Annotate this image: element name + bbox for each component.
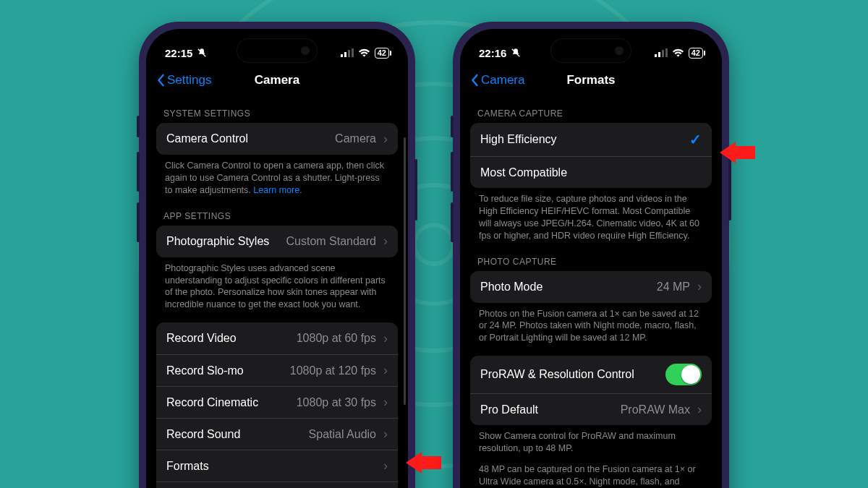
row-label: High Efficiency	[480, 133, 557, 146]
row-record-slomo[interactable]: Record Slo-mo 1080p at 120 fps›	[156, 354, 398, 386]
section-footer: 48 MP can be captured on the Fusion came…	[470, 456, 712, 488]
side-button	[137, 202, 140, 242]
status-time: 22:15	[165, 47, 192, 59]
section-header-photo-capture: PHOTO CAPTURE	[470, 244, 712, 271]
row-label: ProRAW & Resolution Control	[480, 368, 634, 381]
svg-rect-6	[662, 50, 664, 57]
nav-header: Camera Formats	[460, 65, 722, 95]
back-button[interactable]: Settings	[156, 73, 211, 87]
section-header-system: SYSTEM SETTINGS	[156, 95, 398, 123]
row-preserve-settings[interactable]: Preserve Settings ›	[156, 481, 398, 488]
section-header-camera-capture: CAMERA CAPTURE	[470, 95, 712, 123]
row-label: Record Cinematic	[166, 396, 258, 409]
row-proraw-toggle[interactable]: ProRAW & Resolution Control	[470, 356, 712, 393]
row-formats[interactable]: Formats ›	[156, 450, 398, 481]
status-time: 22:16	[479, 47, 506, 59]
chevron-right-icon: ›	[697, 402, 702, 417]
scroll-indicator	[404, 137, 406, 405]
chevron-right-icon: ›	[697, 279, 702, 294]
checkmark-icon: ✓	[689, 131, 702, 148]
row-label: Pro Default	[480, 403, 538, 416]
battery-indicator: 42	[689, 48, 703, 59]
cellular-signal-icon	[341, 48, 354, 57]
row-photo-mode[interactable]: Photo Mode 24 MP›	[470, 271, 712, 303]
side-button	[414, 159, 417, 221]
chevron-left-icon	[470, 74, 479, 87]
side-button	[451, 202, 454, 242]
chevron-right-icon: ›	[383, 132, 388, 147]
toggle-on-icon[interactable]	[665, 364, 702, 385]
learn-more-link[interactable]: Learn more.	[253, 185, 302, 195]
row-label: Record Slo-mo	[166, 364, 244, 377]
chevron-right-icon: ›	[383, 427, 388, 442]
row-label: Record Video	[166, 332, 237, 345]
back-label: Settings	[167, 73, 211, 87]
phone-formats-settings: 22:16 42 Came	[453, 22, 729, 488]
side-button	[451, 116, 454, 137]
row-value: Custom Standard	[286, 235, 376, 248]
side-button	[451, 152, 454, 192]
row-label: Photographic Styles	[166, 235, 269, 248]
silent-mode-icon	[511, 48, 521, 58]
row-value: 1080p at 30 fps	[297, 396, 376, 409]
section-footer: Photographic Styles uses advanced scene …	[156, 257, 398, 313]
row-label: Formats	[166, 460, 209, 473]
back-label: Camera	[481, 73, 524, 87]
row-pro-default[interactable]: Pro Default ProRAW Max›	[470, 393, 712, 425]
nav-header: Settings Camera	[146, 65, 408, 95]
chevron-left-icon	[156, 74, 165, 87]
row-value: 1080p at 120 fps	[290, 364, 376, 377]
chevron-right-icon: ›	[383, 395, 388, 410]
row-label: Photo Mode	[480, 281, 542, 294]
row-value: Camera	[335, 132, 376, 145]
svg-rect-7	[665, 48, 668, 57]
row-record-sound[interactable]: Record Sound Spatial Audio›	[156, 418, 398, 450]
wifi-icon	[358, 48, 370, 57]
row-label: Camera Control	[166, 132, 248, 145]
svg-rect-3	[352, 48, 354, 57]
section-footer: Show Camera control for ProRAW and maxim…	[470, 425, 712, 456]
row-label: Most Compatible	[480, 166, 567, 179]
row-camera-control[interactable]: Camera Control Camera›	[156, 123, 398, 155]
side-button	[137, 152, 140, 192]
annotation-arrow-high-efficiency	[720, 142, 755, 163]
section-footer: Click Camera Control to open a camera ap…	[156, 155, 398, 198]
row-record-video[interactable]: Record Video 1080p at 60 fps›	[156, 322, 398, 354]
svg-rect-5	[658, 52, 660, 57]
phone-camera-settings: 22:15 42 Sett	[139, 22, 415, 488]
row-value: 1080p at 60 fps	[297, 332, 376, 345]
dynamic-island	[551, 39, 631, 62]
svg-rect-2	[348, 50, 350, 57]
page-title: Camera	[255, 73, 299, 87]
svg-rect-0	[341, 54, 343, 57]
section-footer: To reduce file size, capture photos and …	[470, 188, 712, 244]
row-most-compatible[interactable]: Most Compatible	[470, 156, 712, 188]
row-value: Spatial Audio	[309, 428, 376, 441]
side-button	[728, 159, 731, 221]
chevron-right-icon: ›	[383, 363, 388, 378]
row-label: Record Sound	[166, 428, 240, 441]
page-title: Formats	[566, 73, 615, 87]
chevron-right-icon: ›	[383, 331, 388, 346]
wifi-icon	[672, 48, 684, 57]
section-header-app: APP SETTINGS	[156, 198, 398, 226]
annotation-arrow-formats	[406, 452, 441, 474]
settings-content[interactable]: SYSTEM SETTINGS Camera Control Camera› C…	[146, 95, 408, 488]
row-photographic-styles[interactable]: Photographic Styles Custom Standard›	[156, 226, 398, 257]
dynamic-island	[237, 39, 317, 62]
battery-indicator: 42	[375, 48, 389, 59]
svg-rect-1	[344, 52, 346, 57]
section-footer: Photos on the Fusion camera at 1× can be…	[470, 303, 712, 346]
svg-rect-4	[655, 54, 657, 57]
chevron-right-icon: ›	[383, 234, 388, 249]
row-value: 24 MP	[657, 281, 690, 294]
row-value: ProRAW Max	[621, 403, 690, 416]
back-button[interactable]: Camera	[470, 73, 524, 87]
row-record-cinematic[interactable]: Record Cinematic 1080p at 30 fps›	[156, 386, 398, 418]
silent-mode-icon	[197, 48, 207, 58]
settings-content[interactable]: CAMERA CAPTURE High Efficiency ✓ Most Co…	[460, 95, 722, 488]
row-high-efficiency[interactable]: High Efficiency ✓	[470, 123, 712, 156]
chevron-right-icon: ›	[383, 458, 388, 474]
cellular-signal-icon	[655, 48, 668, 57]
side-button	[137, 116, 140, 137]
